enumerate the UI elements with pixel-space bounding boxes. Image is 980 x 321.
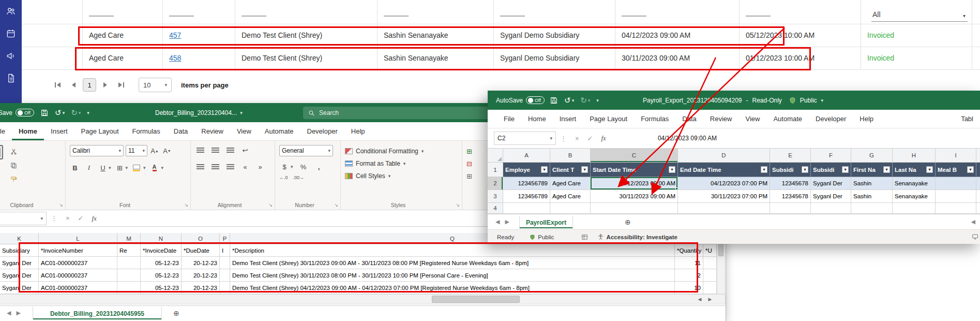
decrease-indent-icon[interactable]: « (240, 162, 250, 172)
column-header[interactable]: D (678, 149, 770, 163)
sensitivity-status[interactable]: Public (538, 234, 554, 240)
tab-page-layout[interactable]: Page Layout (583, 110, 634, 128)
font-color-icon[interactable]: A (149, 163, 160, 173)
conditional-formatting-button[interactable]: Conditional Formatting▾ (345, 145, 458, 157)
cell[interactable]: Senanayake (893, 190, 936, 203)
name-box[interactable]: ▾ (0, 212, 47, 225)
cell[interactable]: Demo Test Client (Shrey) 30/11/2023 08:0… (230, 269, 675, 282)
cell[interactable] (117, 282, 141, 294)
cut-icon[interactable] (8, 146, 19, 156)
fill-color-icon[interactable] (131, 163, 142, 173)
cell[interactable]: 11 (675, 257, 703, 269)
cell[interactable]: 123456789 (503, 177, 550, 190)
borders-icon[interactable]: ⊞ (115, 163, 125, 173)
decrease-decimal-icon[interactable]: .00→ (293, 175, 305, 180)
dialog-launcher-icon[interactable]: ↘ (334, 202, 338, 208)
column-header[interactable]: I (936, 149, 976, 163)
redo-icon[interactable]: ↻▾ (580, 96, 590, 105)
search-box[interactable]: Search (303, 107, 494, 119)
cell[interactable]: *Quantity (675, 244, 703, 257)
cell[interactable] (220, 282, 230, 294)
cell[interactable] (851, 203, 893, 214)
cell[interactable]: 05-12-23 (141, 257, 182, 269)
megaphone-icon[interactable] (6, 51, 16, 61)
cell[interactable] (936, 177, 976, 190)
prev-page-button[interactable] (67, 78, 80, 92)
enter-icon[interactable]: ✓ (74, 214, 88, 222)
cell[interactable] (770, 203, 811, 214)
undo-icon[interactable]: ↺▾ (564, 96, 574, 105)
align-right-icon[interactable] (225, 162, 235, 172)
percent-format-icon[interactable]: % (298, 162, 309, 172)
row-header[interactable]: 2 (488, 177, 503, 190)
italic-icon[interactable]: I (84, 163, 94, 173)
table-row[interactable]: Aged Care 457 Demo Test Client (Shrey) S… (22, 24, 980, 47)
document-icon[interactable] (6, 73, 16, 83)
scroll-left-icon[interactable]: ◀ (695, 295, 704, 304)
increase-indent-icon[interactable]: » (255, 162, 265, 172)
fill-handle[interactable] (675, 187, 678, 190)
decrease-font-icon[interactable]: A▼ (162, 145, 172, 156)
cell[interactable]: 30/11/2023 07:00 PM (678, 190, 770, 203)
tab-insert[interactable]: Insert (553, 110, 583, 128)
table-header-cell[interactable]: Client T▾ (550, 163, 591, 177)
cell[interactable]: 04/12/2023 07:00 PM (678, 177, 770, 190)
cell[interactable]: Aged Care (550, 177, 591, 190)
sheet-nav-left-icon[interactable]: ◀ (4, 310, 13, 316)
add-sheet-icon[interactable]: ⊕ (625, 218, 631, 226)
cell[interactable] (936, 190, 976, 203)
cell[interactable] (117, 257, 141, 269)
copy-icon[interactable] (8, 160, 19, 170)
cell[interactable]: *InvoiceDate (141, 244, 182, 257)
service-filter-input[interactable] (83, 0, 163, 24)
cell[interactable]: Syganl Der (0, 282, 39, 294)
horizontal-scrollbar[interactable]: ◀ ▶ (0, 294, 726, 304)
cell[interactable]: 2 (675, 269, 703, 282)
cell[interactable]: 123456789 (503, 190, 550, 203)
table-header-cell[interactable]: Start Date Time▾ (591, 163, 678, 177)
cell[interactable]: *Description (230, 244, 675, 257)
currency-format-icon[interactable]: $ (279, 162, 290, 172)
macro-record-icon[interactable] (581, 234, 588, 240)
filter-icon[interactable]: ▾ (967, 166, 974, 173)
save-icon[interactable] (550, 96, 558, 105)
row-header[interactable]: 1 (488, 163, 503, 177)
table-header-cell[interactable]: First Na▾ (851, 163, 893, 177)
cell[interactable] (678, 203, 770, 214)
autosave-toggle[interactable]: AutoSave Off (496, 96, 545, 104)
format-painter-icon[interactable] (8, 174, 19, 184)
tab-file[interactable]: File (497, 110, 521, 128)
quick-access-chevron-icon[interactable]: ▾ (596, 98, 599, 103)
cell[interactable]: AC01-000000237 (39, 257, 117, 269)
filter-icon[interactable]: ▾ (761, 166, 767, 173)
filter-icon[interactable]: ▾ (842, 166, 849, 173)
tab-review[interactable]: Review (194, 122, 230, 140)
align-top-icon[interactable] (195, 145, 205, 155)
cell[interactable] (591, 203, 678, 214)
tab-developer[interactable]: Developer (300, 122, 344, 140)
first-page-button[interactable] (52, 78, 64, 92)
column-header[interactable]: L (39, 233, 117, 244)
cell[interactable] (703, 257, 717, 269)
tab-insert[interactable]: Insert (44, 122, 74, 140)
column-header[interactable]: K (0, 233, 39, 244)
start-filter-input[interactable] (615, 0, 740, 24)
table-header-cell[interactable]: Subsidi▾ (811, 163, 851, 177)
redo-icon[interactable]: ↻▾ (71, 108, 81, 118)
last-page-button[interactable] (115, 78, 127, 92)
sheet-tab-active[interactable]: Debtor_Billing_20231204045955 (33, 307, 162, 319)
increase-decimal-icon[interactable]: ←.0 (279, 175, 288, 180)
cell[interactable]: Syganl Der (0, 269, 39, 282)
end-filter-input[interactable] (740, 0, 861, 24)
number-format-select[interactable]: General▾ (279, 145, 333, 156)
cell[interactable]: 20-12-23 (182, 269, 220, 282)
enter-icon[interactable]: ✓ (583, 135, 597, 142)
wrap-text-icon[interactable]: ↩ (240, 145, 250, 155)
client-filter-input[interactable] (235, 0, 378, 24)
workbook-title[interactable]: Debtor_Billing_2023120404...▾ (155, 109, 243, 116)
cell[interactable]: *DueDate (182, 244, 220, 257)
formula-value[interactable]: 04/12/2023 09:00 AM (658, 135, 717, 142)
booking-number-link[interactable]: 458 (169, 54, 181, 62)
cell[interactable]: 12345678 (770, 190, 811, 203)
cell[interactable]: Sashin (851, 190, 893, 203)
